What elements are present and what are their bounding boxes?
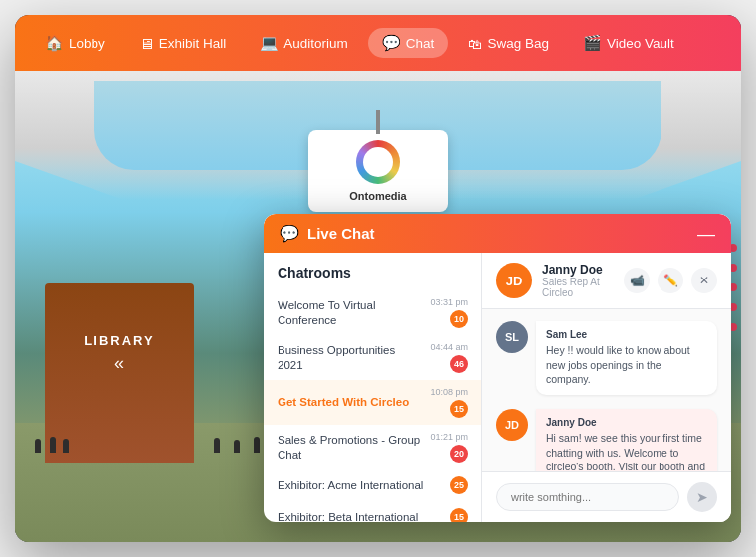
person (234, 440, 240, 453)
chat-body: Chatrooms Welcome To Virtual Conference … (264, 253, 731, 522)
chatroom-name: Sales & Promotions - Group Chat (278, 433, 422, 463)
chat-modal-header: 💬 Live Chat — (264, 214, 731, 253)
message-bubble: Janny Doe Hi sam! we see this your first… (536, 409, 717, 471)
billboard-pole (376, 110, 380, 134)
nav-icon-exhibit-hall: 🖥 (139, 35, 154, 52)
chatroom-time: 10:08 pm (430, 387, 468, 397)
chat-messages-panel: JD Janny Doe Sales Rep At Circleo 📹 ✏️ ✕… (482, 253, 731, 522)
message-text: Hi sam! we see this your first time chat… (546, 431, 707, 471)
chatroom-meta: 04:44 am 46 (430, 342, 468, 373)
nav-item-chat[interactable]: 💬Chat (368, 28, 449, 58)
chatroom-item[interactable]: Exhibitor: Acme International 25 (264, 469, 481, 501)
message-avatar: JD (496, 409, 528, 441)
nav-icon-auditorium: 💻 (260, 34, 279, 52)
chatroom-name: Exhibitor: Acme International (278, 478, 442, 493)
person (254, 437, 260, 453)
message-bubble: Sam Lee Hey !! would like to know about … (536, 321, 717, 395)
person (214, 438, 220, 453)
messages-list: SL Sam Lee Hey !! would like to know abo… (482, 309, 731, 471)
nav-item-exhibit-hall[interactable]: 🖥Exhibit Hall (125, 29, 241, 58)
contact-avatar: JD (496, 263, 532, 298)
chatroom-item[interactable]: Get Started With Circleo 10:08 pm 15 (264, 380, 481, 425)
chat-bubble-icon: 💬 (280, 224, 299, 243)
person (63, 439, 69, 453)
chatroom-meta: 10:08 pm 15 (430, 387, 468, 418)
contact-info: Janny Doe Sales Rep At Circleo (542, 263, 614, 298)
chatroom-meta: 03:31 pm 10 (430, 297, 468, 328)
chatroom-time: 03:31 pm (430, 297, 468, 307)
chatroom-item[interactable]: Exhibitor: Beta International 15 (264, 501, 481, 522)
chat-contact-header: JD Janny Doe Sales Rep At Circleo 📹 ✏️ ✕ (482, 253, 731, 309)
message-item: SL Sam Lee Hey !! would like to know abo… (496, 321, 717, 395)
chatroom-name: Exhibitor: Beta International (278, 510, 442, 522)
chatroom-meta: 01:21 pm 20 (430, 432, 468, 463)
contact-role: Sales Rep At Circleo (542, 277, 614, 298)
chatroom-item[interactable]: Welcome To Virtual Conference 03:31 pm 1… (264, 290, 481, 335)
message-sender: Janny Doe (546, 417, 707, 428)
chatroom-item[interactable]: Business Opportunities 2021 04:44 am 46 (264, 335, 481, 380)
nav-label-swag-bag: Swag Bag (487, 36, 549, 51)
chatroom-badge: 25 (450, 476, 468, 494)
nav-label-lobby: Lobby (69, 36, 105, 51)
close-chat-button[interactable]: ✕ (691, 268, 717, 293)
chatroom-meta: 25 (450, 476, 468, 494)
nav-icon-swag-bag: 🛍 (468, 35, 482, 52)
nav-label-chat: Chat (406, 36, 435, 51)
nav-label-exhibit-hall: Exhibit Hall (159, 36, 227, 51)
chat-modal-title: Live Chat (307, 225, 689, 242)
nav-icon-video-vault: 🎬 (583, 34, 602, 52)
library-arrows: « (114, 353, 124, 374)
chatroom-badge: 20 (450, 445, 468, 463)
top-nav: 🏠Lobby🖥Exhibit Hall💻Auditorium💬Chat🛍Swag… (15, 15, 741, 71)
billboard-logo-inner (363, 147, 393, 177)
send-button[interactable]: ➤ (687, 482, 717, 512)
chatroom-badge: 15 (450, 508, 468, 522)
nav-icon-chat: 💬 (382, 34, 401, 52)
app-container: 🏠Lobby🖥Exhibit Hall💻Auditorium💬Chat🛍Swag… (15, 15, 741, 542)
edit-button[interactable]: ✏️ (658, 268, 683, 293)
chatroom-name: Business Opportunities 2021 (278, 343, 422, 373)
person (50, 437, 56, 453)
chat-input-area: ➤ (482, 471, 731, 522)
nav-icon-lobby: 🏠 (45, 34, 64, 52)
billboard-company-name: Ontomedia (318, 190, 438, 202)
billboard: Ontomedia (308, 130, 448, 212)
contact-actions: 📹 ✏️ ✕ (624, 268, 717, 293)
chatroom-name: Get Started With Circleo (278, 395, 422, 410)
nav-label-auditorium: Auditorium (284, 36, 348, 51)
chatroom-badge: 46 (450, 355, 468, 373)
chatroom-time: 01:21 pm (430, 432, 468, 442)
chatroom-item[interactable]: Sales & Promotions - Group Chat 01:21 pm… (264, 425, 481, 469)
send-icon: ➤ (696, 489, 708, 505)
chatroom-meta: 15 (450, 508, 468, 522)
chat-modal: 💬 Live Chat — Chatrooms Welcome To Virtu… (264, 214, 731, 522)
message-text: Hey !! would like to know about new jobs… (546, 343, 707, 387)
contact-name: Janny Doe (542, 263, 614, 277)
minimize-button[interactable]: — (697, 225, 715, 243)
nav-item-auditorium[interactable]: 💻Auditorium (246, 28, 362, 58)
library-sign: LIBRARY (84, 333, 154, 348)
message-item: JD Janny Doe Hi sam! we see this your fi… (496, 409, 717, 471)
nav-item-swag-bag[interactable]: 🛍Swag Bag (454, 29, 563, 58)
chatroom-badge: 10 (450, 310, 468, 328)
video-call-button[interactable]: 📹 (624, 268, 650, 293)
billboard-logo (356, 140, 400, 184)
nav-label-video-vault: Video Vault (607, 36, 674, 51)
chat-input[interactable] (496, 483, 679, 511)
message-avatar: SL (496, 321, 528, 353)
message-sender: Sam Lee (546, 329, 707, 340)
nav-item-lobby[interactable]: 🏠Lobby (31, 28, 119, 58)
chatrooms-title: Chatrooms (264, 265, 481, 290)
chatrooms-panel: Chatrooms Welcome To Virtual Conference … (264, 253, 482, 522)
chatroom-time: 04:44 am (430, 342, 468, 352)
chatroom-badge: 15 (450, 400, 468, 418)
chatrooms-list: Welcome To Virtual Conference 03:31 pm 1… (264, 290, 481, 522)
chatroom-name: Welcome To Virtual Conference (278, 298, 422, 328)
nav-item-video-vault[interactable]: 🎬Video Vault (569, 28, 688, 58)
person (35, 439, 41, 453)
